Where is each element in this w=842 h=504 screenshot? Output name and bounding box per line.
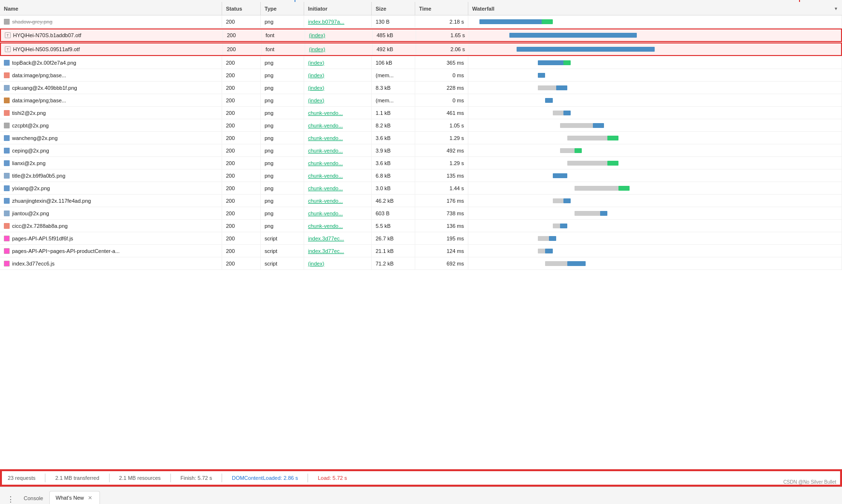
cell-time: 1.29 s bbox=[415, 157, 468, 169]
cell-initiator[interactable]: chunk-vendo... bbox=[304, 207, 372, 219]
cell-initiator[interactable]: chunk-vendo... bbox=[304, 132, 372, 144]
waterfall-bar bbox=[509, 33, 637, 38]
cell-initiator[interactable]: chunk-vendo... bbox=[304, 157, 372, 169]
table-body: shadow-grey.png200pngindex.b0797a...130 … bbox=[0, 15, 842, 469]
col-header-initiator[interactable]: Initiator bbox=[304, 2, 372, 15]
cell-waterfall bbox=[468, 220, 842, 232]
finish-time: Finish: 5.72 s bbox=[181, 475, 212, 481]
cell-initiator[interactable]: chunk-vendo... bbox=[304, 107, 372, 119]
cell-size: 3.0 kB bbox=[372, 182, 415, 194]
table-row[interactable]: jiantou@2x.png200pngchunk-vendo...603 B7… bbox=[0, 207, 842, 220]
waterfall-bar-container bbox=[472, 135, 838, 141]
cell-name: tishi2@2x.png bbox=[0, 107, 222, 119]
cell-initiator[interactable]: (index) bbox=[305, 29, 373, 41]
col-header-status[interactable]: Status bbox=[222, 2, 261, 15]
cell-type: script bbox=[261, 245, 304, 257]
cell-initiator[interactable]: (index) bbox=[304, 82, 372, 94]
cell-size: 8.3 kB bbox=[372, 82, 415, 94]
cell-initiator[interactable]: (index) bbox=[304, 69, 372, 81]
cell-time: 135 ms bbox=[415, 169, 468, 182]
cell-waterfall bbox=[468, 169, 842, 182]
cell-initiator[interactable]: chunk-vendo... bbox=[304, 119, 372, 131]
col-header-type[interactable]: Type bbox=[261, 2, 304, 15]
table-row[interactable]: index.3d77ecc6.js200script(index)71.2 kB… bbox=[0, 257, 842, 270]
cell-time: 195 ms bbox=[415, 232, 468, 244]
cell-initiator[interactable]: index.b0797a... bbox=[304, 15, 372, 28]
cell-status: 200 bbox=[222, 245, 261, 257]
table-header: Name Status Type Initiator Size Time Wat… bbox=[0, 2, 842, 15]
file-name: ceping@2x.png bbox=[12, 148, 49, 154]
table-row[interactable]: data:image/png;base...200png(index)(mem.… bbox=[0, 94, 842, 107]
table-row[interactable]: THYQiHei-N70S.b1addb07.otf200font(index)… bbox=[0, 28, 842, 42]
tab-whats-new[interactable]: What's New ✕ bbox=[49, 491, 99, 504]
tab-close-icon[interactable]: ✕ bbox=[87, 494, 94, 501]
devtools-menu-icon[interactable]: ⋮ bbox=[4, 495, 17, 504]
waterfall-bar-container bbox=[472, 235, 838, 242]
col-header-size[interactable]: Size bbox=[372, 2, 415, 15]
table-row[interactable]: pages-API-API.5f91df6f.js200scriptindex.… bbox=[0, 232, 842, 245]
table-row[interactable]: cicc@2x.7288ab8a.png200pngchunk-vendo...… bbox=[0, 220, 842, 232]
table-row[interactable]: zhuanjingtexin@2x.117fe4ad.png200pngchun… bbox=[0, 195, 842, 207]
waterfall-sort-icon: ▼ bbox=[834, 6, 838, 11]
waterfall-bar-2 bbox=[563, 198, 571, 203]
table-row[interactable]: ceping@2x.png200pngchunk-vendo...3.9 kB4… bbox=[0, 144, 842, 157]
table-row[interactable]: title@2x.b9f9a0b5.png200pngchunk-vendo..… bbox=[0, 169, 842, 182]
cell-type: font bbox=[262, 29, 305, 41]
cell-type: png bbox=[261, 107, 304, 119]
table-row[interactable]: data:image/png;base...200png(index)(mem.… bbox=[0, 69, 842, 82]
cell-type: png bbox=[261, 119, 304, 131]
file-type-icon bbox=[4, 173, 10, 179]
file-type-icon: T bbox=[5, 32, 11, 38]
table-row[interactable]: pages-API-API~pages-API-productCenter-a.… bbox=[0, 245, 842, 257]
cell-type: png bbox=[261, 82, 304, 94]
load-marker bbox=[799, 0, 800, 2]
cell-name: cpkuang@2x.409bbb1f.png bbox=[0, 82, 222, 94]
col-header-waterfall[interactable]: Waterfall ▼ bbox=[468, 6, 842, 12]
cell-time: 176 ms bbox=[415, 195, 468, 207]
cell-initiator[interactable]: (index) bbox=[305, 43, 373, 55]
col-header-time[interactable]: Time bbox=[415, 2, 468, 15]
cell-status: 200 bbox=[222, 56, 261, 69]
cell-initiator[interactable]: chunk-vendo... bbox=[304, 169, 372, 182]
table-row[interactable]: lianxi@2x.png200pngchunk-vendo...3.6 kB1… bbox=[0, 157, 842, 169]
file-name: topBack@2x.00f2e7a4.png bbox=[12, 60, 76, 66]
cell-initiator[interactable]: (index) bbox=[304, 94, 372, 106]
cell-status: 200 bbox=[223, 43, 262, 55]
cell-status: 200 bbox=[222, 182, 261, 194]
file-type-icon bbox=[4, 123, 10, 128]
waterfall-bar bbox=[545, 98, 552, 103]
cell-waterfall bbox=[468, 15, 842, 28]
cell-initiator[interactable]: (index) bbox=[304, 56, 372, 69]
table-row[interactable]: tishi2@2x.png200pngchunk-vendo...1.1 kB4… bbox=[0, 107, 842, 119]
cell-initiator[interactable]: chunk-vendo... bbox=[304, 144, 372, 156]
waterfall-bar-container bbox=[472, 223, 838, 229]
cell-waterfall bbox=[468, 94, 842, 106]
file-type-icon bbox=[4, 198, 10, 204]
cell-initiator[interactable]: chunk-vendo... bbox=[304, 220, 372, 232]
col-header-name[interactable]: Name bbox=[0, 2, 222, 15]
cell-time: 136 ms bbox=[415, 220, 468, 232]
cell-initiator[interactable]: chunk-vendo... bbox=[304, 195, 372, 207]
table-row[interactable]: topBack@2x.00f2e7a4.png200png(index)106 … bbox=[0, 56, 842, 69]
cell-initiator[interactable]: (index) bbox=[304, 257, 372, 269]
table-row[interactable]: czcpbt@2x.png200pngchunk-vendo...8.2 kB1… bbox=[0, 119, 842, 132]
waterfall-bar-2 bbox=[607, 161, 618, 166]
cell-initiator[interactable]: index.3d77ec... bbox=[304, 232, 372, 244]
table-row[interactable]: cpkuang@2x.409bbb1f.png200png(index)8.3 … bbox=[0, 82, 842, 94]
table-row[interactable]: THYQiHei-N50S.09511af9.otf200font(index)… bbox=[0, 42, 842, 56]
waterfall-bar-container bbox=[472, 260, 838, 267]
resources-size: 2.1 MB resources bbox=[119, 475, 161, 481]
cell-initiator[interactable]: index.3d77ec... bbox=[304, 245, 372, 257]
table-row[interactable]: wancheng@2x.png200pngchunk-vendo...3.6 k… bbox=[0, 132, 842, 144]
cell-size: 21.1 kB bbox=[372, 245, 415, 257]
file-name: data:image/png;base... bbox=[12, 98, 66, 103]
cell-waterfall bbox=[468, 232, 842, 244]
cell-waterfall bbox=[468, 132, 842, 144]
cell-type: png bbox=[261, 157, 304, 169]
cell-type: png bbox=[261, 69, 304, 81]
table-row[interactable]: shadow-grey.png200pngindex.b0797a...130 … bbox=[0, 15, 842, 28]
cell-initiator[interactable]: chunk-vendo... bbox=[304, 182, 372, 194]
tab-console[interactable]: Console bbox=[17, 492, 49, 504]
file-type-icon bbox=[4, 85, 10, 91]
table-row[interactable]: yixiang@2x.png200pngchunk-vendo...3.0 kB… bbox=[0, 182, 842, 195]
